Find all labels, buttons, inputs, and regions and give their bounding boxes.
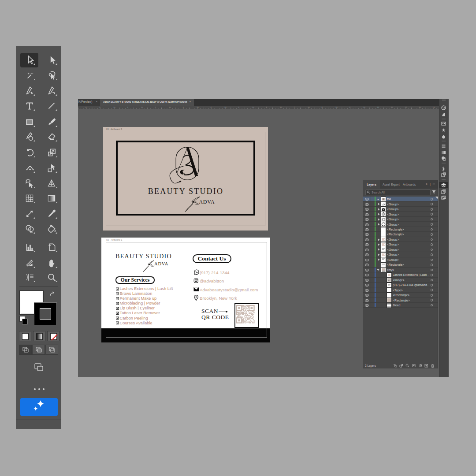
svg-text:10: 10 bbox=[280, 106, 282, 108]
svg-text:4: 4 bbox=[211, 106, 212, 108]
svg-text:8: 8 bbox=[100, 106, 101, 108]
svg-text:10: 10 bbox=[169, 106, 171, 108]
svg-text:6: 6 bbox=[266, 106, 268, 108]
svg-text:10: 10 bbox=[141, 106, 143, 108]
svg-text:10: 10 bbox=[363, 106, 365, 108]
svg-text:10: 10 bbox=[335, 106, 338, 108]
svg-text:9: 9 bbox=[350, 106, 351, 108]
svg-text:12: 12 bbox=[405, 106, 407, 108]
svg-text:10: 10 bbox=[252, 106, 254, 108]
svg-text:0: 0 bbox=[86, 106, 87, 108]
svg-text:11: 11 bbox=[377, 106, 379, 108]
svg-text:10: 10 bbox=[224, 106, 227, 108]
svg-text:5: 5 bbox=[238, 106, 240, 108]
svg-text:2: 2 bbox=[155, 106, 156, 108]
svg-text:7: 7 bbox=[294, 106, 295, 108]
svg-text:10: 10 bbox=[419, 106, 421, 108]
svg-text:10: 10 bbox=[197, 106, 199, 108]
svg-text:3: 3 bbox=[183, 106, 184, 108]
svg-text:13: 13 bbox=[433, 106, 435, 108]
svg-text:8: 8 bbox=[322, 106, 323, 108]
svg-text:1: 1 bbox=[127, 106, 129, 108]
svg-text:10: 10 bbox=[391, 106, 393, 108]
svg-text:10: 10 bbox=[113, 106, 115, 108]
svg-text:10: 10 bbox=[308, 106, 310, 108]
